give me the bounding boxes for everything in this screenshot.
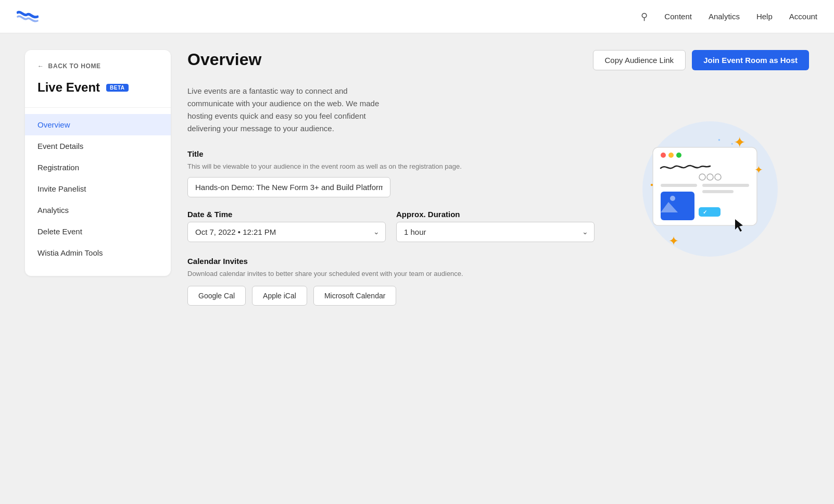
header-buttons: Copy Audience Link Join Event Room as Ho… <box>593 50 809 70</box>
sidebar-item-registration[interactable]: Registration <box>25 157 171 178</box>
nav-analytics[interactable]: Analytics <box>709 12 740 21</box>
duration-select-wrap: 30 minutes 1 hour 1.5 hours 2 hours ⌄ <box>396 222 595 242</box>
overview-description: Live events are a fantastic way to conne… <box>187 85 385 135</box>
logo[interactable] <box>17 8 39 25</box>
illustration-area: ✓ ✦ ✦ ✦ ● ● ● <box>611 85 809 272</box>
sidebar-title: Live Event <box>37 80 100 95</box>
svg-text:✦: ✦ <box>754 164 763 175</box>
duration-field: Approx. Duration 30 minutes 1 hour 1.5 h… <box>396 210 595 242</box>
calendar-label: Calendar Invites <box>187 257 595 266</box>
svg-point-13 <box>670 196 675 201</box>
date-time-field: Date & Time Oct 7, 2022 • 12:21 PM ⌄ <box>187 210 386 242</box>
sidebar-item-delete-event[interactable]: Delete Event <box>25 221 171 242</box>
calendar-buttons: Google Cal Apple iCal Microsoft Calendar <box>187 286 595 306</box>
sidebar: ← BACK TO HOME Live Event BETA Overview … <box>25 50 171 276</box>
svg-rect-10 <box>702 190 734 193</box>
beta-badge: BETA <box>106 84 128 92</box>
google-cal-button[interactable]: Google Cal <box>187 286 246 306</box>
svg-point-4 <box>676 153 681 158</box>
calendar-sublabel: Download calendar invites to better shar… <box>187 269 595 279</box>
content-illustration-row: Live events are a fantastic way to conne… <box>187 85 809 306</box>
svg-rect-14 <box>699 207 721 217</box>
title-sublabel: This will be viewable to your audience i… <box>187 161 595 172</box>
title-label: Title <box>187 149 595 158</box>
sidebar-item-event-details[interactable]: Event Details <box>25 135 171 157</box>
sidebar-item-overview[interactable]: Overview <box>25 114 171 135</box>
date-duration-row: Date & Time Oct 7, 2022 • 12:21 PM ⌄ App… <box>187 210 595 242</box>
nav-account[interactable]: Account <box>789 12 817 21</box>
main-content: Overview Copy Audience Link Join Event R… <box>187 50 809 306</box>
date-time-select[interactable]: Oct 7, 2022 • 12:21 PM <box>187 222 386 242</box>
nav-help[interactable]: Help <box>756 12 773 21</box>
title-field-section: Title This will be viewable to your audi… <box>187 149 595 197</box>
date-time-select-wrap: Oct 7, 2022 • 12:21 PM ⌄ <box>187 222 386 242</box>
sidebar-title-area: Live Event BETA <box>25 80 171 108</box>
svg-text:●: ● <box>650 182 653 187</box>
duration-select[interactable]: 30 minutes 1 hour 1.5 hours 2 hours <box>396 222 595 242</box>
title-input[interactable] <box>187 177 390 197</box>
svg-text:●: ● <box>731 142 733 145</box>
date-time-label: Date & Time <box>187 210 386 219</box>
nav-content[interactable]: Content <box>664 12 692 21</box>
svg-rect-9 <box>702 184 749 187</box>
microsoft-calendar-button[interactable]: Microsoft Calendar <box>313 286 397 306</box>
copy-audience-link-button[interactable]: Copy Audience Link <box>593 50 686 70</box>
svg-text:●: ● <box>718 137 721 142</box>
search-icon[interactable]: ⚲ <box>641 11 648 22</box>
content-area: Live events are a fantastic way to conne… <box>187 85 595 306</box>
join-event-room-button[interactable]: Join Event Room as Host <box>692 50 809 70</box>
apple-ical-button[interactable]: Apple iCal <box>252 286 307 306</box>
svg-rect-8 <box>661 184 697 187</box>
illustration-svg: ✓ ✦ ✦ ✦ ● ● ● <box>622 106 799 272</box>
svg-text:✦: ✦ <box>734 134 745 150</box>
topnav: ⚲ Content Analytics Help Account <box>0 0 834 33</box>
main-header: Overview Copy Audience Link Join Event R… <box>187 50 809 70</box>
sidebar-item-analytics[interactable]: Analytics <box>25 199 171 221</box>
topnav-right: ⚲ Content Analytics Help Account <box>641 11 817 22</box>
sidebar-item-admin-tools[interactable]: Wistia Admin Tools <box>25 242 171 263</box>
svg-text:✓: ✓ <box>703 209 707 215</box>
page-body: ← BACK TO HOME Live Event BETA Overview … <box>0 33 834 322</box>
svg-text:✦: ✦ <box>668 234 679 248</box>
sidebar-item-invite-panelist[interactable]: Invite Panelist <box>25 178 171 199</box>
svg-point-3 <box>668 153 674 158</box>
back-to-home[interactable]: ← BACK TO HOME <box>25 62 171 80</box>
back-arrow-icon: ← <box>37 62 44 70</box>
page-title: Overview <box>187 50 261 69</box>
svg-point-2 <box>661 153 666 158</box>
calendar-section: Calendar Invites Download calendar invit… <box>187 257 595 306</box>
duration-label: Approx. Duration <box>396 210 595 219</box>
